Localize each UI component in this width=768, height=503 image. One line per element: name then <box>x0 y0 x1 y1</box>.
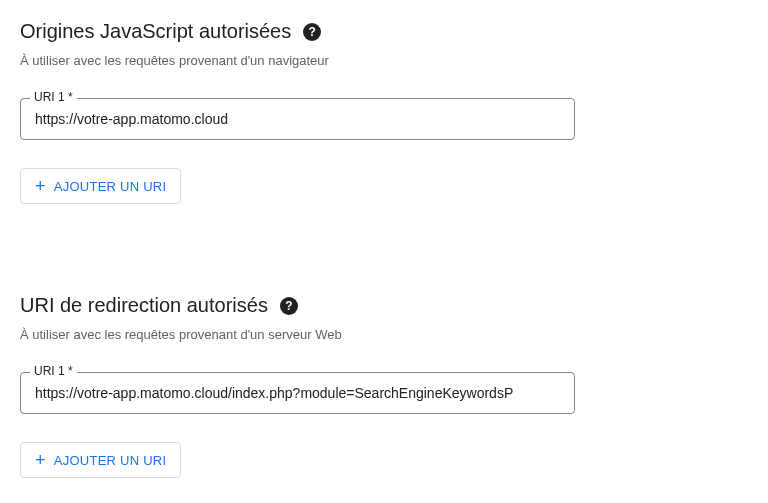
redirect-uris-subtitle: À utiliser avec les requêtes provenant d… <box>20 327 748 342</box>
uri-input-wrapper: URI 1 * <box>20 98 575 140</box>
js-origins-subtitle: À utiliser avec les requêtes provenant d… <box>20 53 748 68</box>
add-uri-button[interactable]: + AJOUTER UN URI <box>20 442 181 478</box>
uri-input-label: URI 1 * <box>30 90 77 104</box>
add-uri-button[interactable]: + AJOUTER UN URI <box>20 168 181 204</box>
section-header: URI de redirection autorisés ? <box>20 294 748 317</box>
uri-input-wrapper: URI 1 * <box>20 372 575 414</box>
add-uri-label: AJOUTER UN URI <box>54 453 167 468</box>
redirect-uris-uri-input[interactable] <box>20 372 575 414</box>
redirect-uris-section: URI de redirection autorisés ? À utilise… <box>20 294 748 478</box>
js-origins-uri-input[interactable] <box>20 98 575 140</box>
help-icon[interactable]: ? <box>280 297 298 315</box>
uri-input-label: URI 1 * <box>30 364 77 378</box>
js-origins-section: Origines JavaScript autorisées ? À utili… <box>20 20 748 204</box>
js-origins-title: Origines JavaScript autorisées <box>20 20 291 43</box>
plus-icon: + <box>35 177 46 195</box>
redirect-uris-title: URI de redirection autorisés <box>20 294 268 317</box>
plus-icon: + <box>35 451 46 469</box>
add-uri-label: AJOUTER UN URI <box>54 179 167 194</box>
section-header: Origines JavaScript autorisées ? <box>20 20 748 43</box>
help-icon[interactable]: ? <box>303 23 321 41</box>
